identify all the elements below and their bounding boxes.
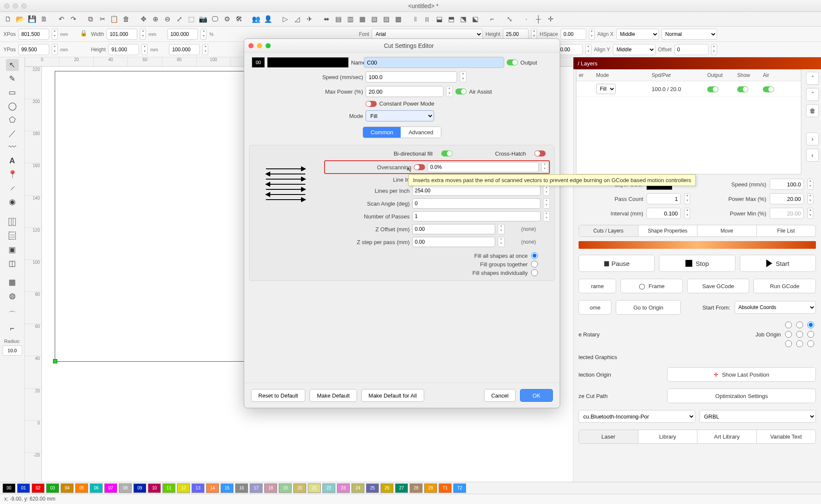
fheight-input[interactable] [503, 29, 529, 40]
palette-chip[interactable]: 21 [308, 483, 321, 493]
palette-chip[interactable]: 23 [337, 483, 350, 493]
h-spin[interactable]: ▲▼ [142, 44, 148, 55]
lpi-input[interactable] [412, 186, 540, 196]
open-icon[interactable]: 📂 [15, 14, 26, 25]
marker-tool-icon[interactable]: 📍 [6, 168, 19, 180]
max-dot[interactable] [21, 3, 27, 9]
palette-chip[interactable]: 18 [264, 483, 277, 493]
palette-chip[interactable]: 29 [424, 483, 437, 493]
arrange3-icon[interactable]: ▣ [6, 244, 19, 256]
overscan-toggle[interactable] [414, 164, 425, 170]
device-port-select[interactable]: cu.Bluetooth-Incoming-Por [579, 410, 695, 423]
right-tab[interactable]: File List [757, 225, 816, 236]
lp-pmin-input[interactable] [770, 208, 804, 219]
start-button[interactable]: Start [740, 255, 816, 272]
passes-spin[interactable]: ▲▼ [543, 211, 550, 221]
palette-chip[interactable]: 17 [250, 483, 263, 493]
dist-v-icon[interactable]: ⫼ [422, 14, 433, 25]
line-tool-icon[interactable]: ／ [6, 127, 19, 139]
aligny-select[interactable]: Middle [613, 44, 656, 55]
pause-button[interactable]: ▮▮Pause [579, 255, 655, 272]
home-button[interactable]: ome [579, 300, 611, 315]
palette-chip[interactable]: 28 [410, 483, 422, 493]
palette-chip[interactable]: 15 [221, 483, 233, 493]
cut-icon[interactable]: ✂ [97, 14, 108, 25]
palette-chip[interactable]: 24 [351, 483, 364, 493]
corner-icon[interactable]: ⌐ [487, 14, 498, 25]
mode-select[interactable]: Normal [662, 29, 717, 40]
make-default-button[interactable]: Make Default [310, 389, 357, 402]
showlast-button[interactable]: ✛Show Last Position [667, 367, 816, 382]
arrange2-icon[interactable]: ⿳ [6, 230, 19, 242]
common-tab[interactable]: Common [363, 127, 401, 138]
close-dot[interactable] [4, 3, 9, 9]
palette-chip[interactable]: T1 [439, 483, 452, 493]
h100-input[interactable] [169, 44, 200, 55]
vspace-input[interactable] [557, 44, 583, 55]
lock-icon[interactable]: 🔒 [79, 29, 89, 39]
monitor-icon[interactable]: 🖵 [210, 14, 221, 25]
origin-button[interactable]: Go to Origin [616, 300, 681, 315]
right-tab[interactable]: Move [697, 225, 757, 236]
dist-c-icon[interactable]: ⬔ [458, 14, 469, 25]
select-tool-icon[interactable]: ↖ [6, 59, 19, 71]
palette-chip[interactable]: 02 [32, 483, 44, 493]
palette-chip[interactable]: 03 [46, 483, 59, 493]
ok-button[interactable]: OK [520, 389, 553, 402]
power-spin[interactable]: ▲▼ [446, 86, 453, 97]
frame-button[interactable]: rame [579, 279, 616, 293]
zoff-input[interactable] [412, 224, 495, 234]
font-select[interactable]: Arial [372, 29, 483, 40]
rect-tool-icon[interactable]: ▭ [6, 86, 19, 98]
palette-chip[interactable]: 16 [235, 483, 248, 493]
dist-d-icon[interactable]: ⬕ [470, 14, 481, 25]
zoomfit-icon[interactable]: ⤢ [174, 14, 185, 25]
fill-all-radio[interactable]: Fill all shapes at once [474, 252, 538, 259]
advanced-tab[interactable]: Advanced [401, 127, 441, 138]
w100-input[interactable] [167, 29, 198, 40]
bottom-tab[interactable]: Art Library [697, 430, 757, 443]
snap2-icon[interactable]: ┼ [533, 14, 544, 25]
w100-spin[interactable]: ▲▼ [201, 29, 207, 40]
dist-h-icon[interactable]: ⫴ [410, 14, 421, 25]
palette-chip[interactable]: 09 [133, 483, 146, 493]
startfrom-select[interactable]: Absolute Coords [735, 301, 816, 314]
dialog-close-icon[interactable] [248, 43, 254, 48]
text-tool-icon[interactable]: A [6, 155, 19, 167]
palette-chip[interactable]: 14 [206, 483, 219, 493]
zoomout-icon[interactable]: ⊖ [162, 14, 173, 25]
cancel-button[interactable]: Cancel [484, 389, 516, 402]
vs-spin[interactable]: ▲▼ [585, 44, 591, 55]
layer-trash-icon[interactable]: 🗑 [806, 104, 819, 117]
opt-button[interactable]: Optimization Settings [667, 389, 816, 403]
palette-chip[interactable]: 26 [381, 483, 393, 493]
bezier-tool-icon[interactable]: 〰 [6, 141, 19, 153]
h100-spin[interactable]: ▲▼ [202, 44, 208, 55]
align-c-icon[interactable]: ▥ [345, 14, 356, 25]
tools-icon[interactable]: 🛠 [233, 14, 245, 25]
zstep-input[interactable] [412, 237, 495, 247]
layer-mode-select[interactable]: Fill [596, 84, 616, 94]
lp-pmax-input[interactable] [770, 193, 804, 204]
align-b-icon[interactable]: ▩ [393, 14, 404, 25]
ypos-spin[interactable]: ▲▼ [52, 44, 58, 55]
user-icon[interactable]: 👤 [263, 14, 274, 25]
name-input[interactable] [364, 57, 504, 68]
mirrorv-icon[interactable]: ◿ [292, 14, 303, 25]
snap1-icon[interactable]: · [521, 14, 532, 25]
arrange4-icon[interactable]: ◫ [6, 257, 19, 269]
layer-out-toggle[interactable] [707, 86, 718, 92]
ellipse-tool-icon[interactable]: ◯ [6, 100, 19, 112]
redo-icon[interactable]: ↷ [68, 14, 79, 25]
dist-b-icon[interactable]: ⬒ [446, 14, 457, 25]
off-spin[interactable]: ▲▼ [711, 44, 717, 55]
fill-groups-radio[interactable]: Fill groups together [480, 261, 538, 268]
corner-tool-icon[interactable]: ⌐ [6, 322, 19, 334]
bottom-tab[interactable]: Laser [579, 430, 638, 443]
snap3-icon[interactable]: ✛ [545, 14, 556, 25]
new-icon[interactable]: 🗋 [3, 14, 14, 25]
edit-nodes-icon[interactable]: ✎ [6, 73, 19, 85]
zstep-spin[interactable]: ▲▼ [498, 237, 505, 247]
make-default-all-button[interactable]: Make Default for All [361, 389, 424, 402]
width-input[interactable] [106, 29, 137, 40]
